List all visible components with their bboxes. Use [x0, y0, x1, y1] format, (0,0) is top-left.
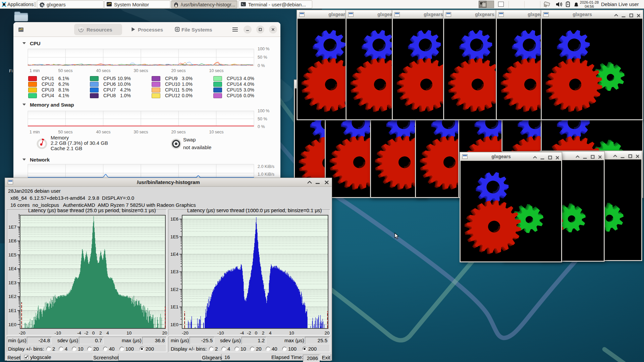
- svg-text:0 %: 0 %: [258, 63, 265, 68]
- svg-text:4: 4: [106, 330, 109, 336]
- svg-text:20: 20: [162, 330, 167, 336]
- svg-text:40 secs: 40 secs: [96, 130, 110, 134]
- svg-text:1E0: 1E0: [8, 322, 16, 327]
- svg-text:100 %: 100 %: [258, 109, 269, 113]
- svg-text:100 %: 100 %: [258, 47, 269, 51]
- svg-text:20 secs: 20 secs: [171, 68, 185, 73]
- svg-text:1E4: 1E4: [8, 266, 17, 271]
- svg-text:1E0: 1E0: [170, 322, 178, 327]
- svg-text:0: 0: [92, 330, 95, 336]
- svg-text:-2: -2: [84, 330, 88, 336]
- svg-text:10 secs: 10 secs: [209, 68, 223, 73]
- svg-text:50 %: 50 %: [258, 55, 267, 60]
- svg-text:10 secs: 10 secs: [209, 130, 223, 134]
- svg-text:-10: -10: [54, 330, 61, 336]
- svg-text:1E4: 1E4: [170, 252, 179, 257]
- svg-text:30 secs: 30 secs: [133, 130, 148, 134]
- svg-text:-20: -20: [182, 330, 189, 336]
- svg-text:1 min: 1 min: [30, 68, 40, 73]
- svg-text:1E6: 1E6: [170, 217, 178, 222]
- svg-text:1E7: 1E7: [8, 225, 16, 230]
- svg-text:-4: -4: [77, 330, 81, 336]
- svg-text:-4: -4: [240, 330, 244, 336]
- svg-text:10: 10: [126, 330, 131, 336]
- svg-text:0 %: 0 %: [258, 124, 265, 129]
- svg-text:20: 20: [324, 330, 329, 336]
- svg-text:-2: -2: [247, 330, 251, 336]
- svg-text:1 min: 1 min: [30, 130, 40, 134]
- svg-text:10: 10: [289, 330, 294, 336]
- svg-text:1E2: 1E2: [8, 294, 16, 299]
- svg-text:-10: -10: [217, 330, 224, 336]
- svg-text:50 %: 50 %: [258, 117, 267, 121]
- svg-text:4: 4: [269, 330, 272, 336]
- svg-text:1E5: 1E5: [170, 234, 178, 239]
- svg-text:50 secs: 50 secs: [58, 130, 72, 134]
- svg-text:1E2: 1E2: [170, 287, 178, 292]
- svg-text:2.0 KiB/s: 2.0 KiB/s: [258, 164, 274, 169]
- svg-text:1E3: 1E3: [8, 280, 16, 285]
- svg-text:1.0 KiB/s: 1.0 KiB/s: [258, 172, 274, 177]
- svg-text:2: 2: [262, 330, 265, 336]
- svg-text:20 secs: 20 secs: [171, 130, 185, 134]
- svg-text:16: 16: [43, 5, 45, 7]
- svg-text:2: 2: [99, 330, 102, 336]
- svg-text:-20: -20: [19, 330, 25, 336]
- svg-text:30 secs: 30 secs: [133, 68, 148, 73]
- svg-text:0: 0: [255, 330, 258, 336]
- svg-text:50 secs: 50 secs: [58, 68, 72, 73]
- svg-text:1E1: 1E1: [170, 304, 178, 309]
- svg-text:1E6: 1E6: [8, 238, 16, 243]
- svg-text:1E5: 1E5: [8, 252, 16, 257]
- svg-text:1E3: 1E3: [170, 269, 178, 274]
- svg-text:40 secs: 40 secs: [96, 68, 110, 73]
- svg-text:1E1: 1E1: [8, 308, 16, 313]
